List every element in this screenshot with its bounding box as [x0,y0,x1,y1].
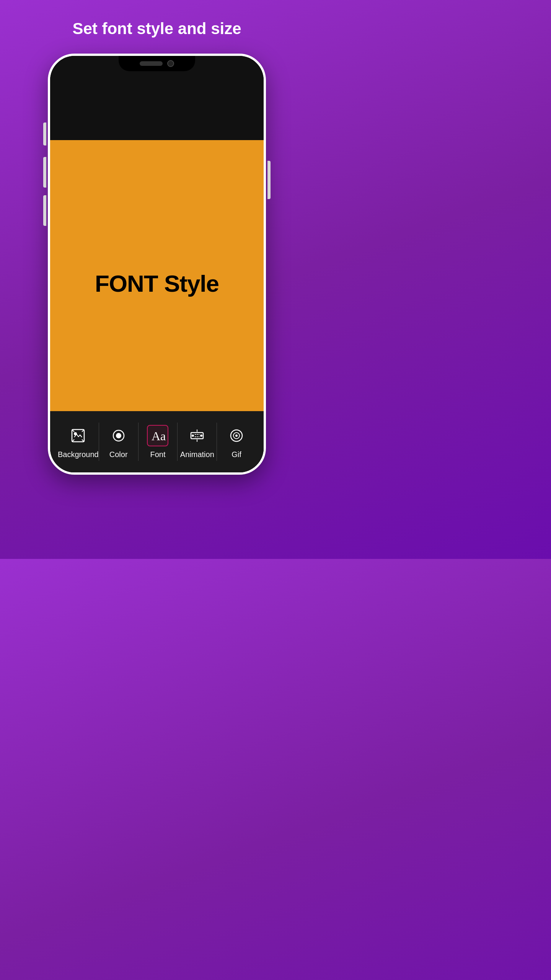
svg-point-10 [236,435,237,436]
toolbar-label-font: Font [150,450,165,459]
toolbar-item-font[interactable]: Aa Font [139,425,178,459]
page-title: Set font style and size [72,19,241,38]
svg-point-7 [201,435,202,436]
color-icon [108,425,129,446]
svg-point-6 [192,435,194,436]
toolbar-item-color[interactable]: Color [99,425,138,459]
phone-button-power [267,161,271,199]
phone-notch [119,56,195,71]
phone-mockup: FONT Style Style Style Style Style Style… [48,54,266,475]
toolbar-label-color: Color [109,450,128,459]
notch-speaker [140,61,163,66]
svg-text:Aa: Aa [152,429,166,443]
svg-point-3 [116,433,121,438]
phone-button-volume-down [43,195,46,226]
font-icon: Aa [147,425,168,446]
svg-point-1 [74,433,77,435]
screen-orange-area: FONT Style [50,140,264,426]
font-style-display: FONT Style [95,270,219,297]
gif-icon [226,425,247,446]
phone-button-volume-up [43,157,46,188]
toolbar-label-background: Background [58,450,99,459]
animation-icon [186,425,208,446]
background-icon [67,425,89,446]
phone-frame: FONT Style Style Style Style Style Style… [48,54,266,475]
notch-camera [167,60,174,67]
phone-screen: FONT Style [50,56,264,472]
toolbar-item-gif[interactable]: Gif [217,425,256,459]
toolbar-item-animation[interactable]: Animation [178,425,217,459]
toolbar-label-animation: Animation [180,450,214,459]
bottom-toolbar: Background Color Aa [50,411,264,472]
toolbar-label-gif: Gif [231,450,241,459]
toolbar-item-background[interactable]: Background [58,425,99,459]
phone-button-volume-silent [43,122,46,145]
